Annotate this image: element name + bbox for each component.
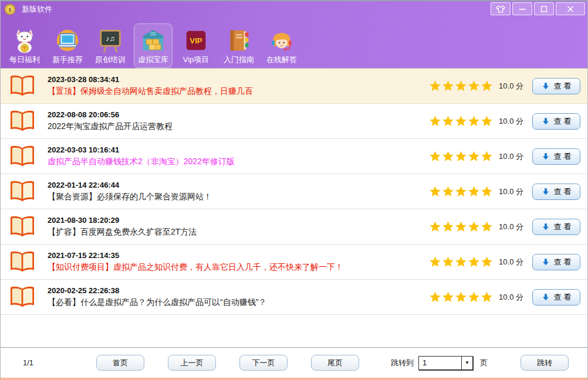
star-icon: [455, 220, 467, 233]
titlebar: $ 新版软件: [1, 1, 587, 18]
star-icon: [468, 115, 480, 127]
list-item[interactable]: 2022-08-08 20:06:56 2022年淘宝虚拟产品开店运营教程 10…: [1, 104, 587, 139]
next-page-button[interactable]: 下一页: [239, 355, 288, 371]
download-arrow-icon: [542, 258, 550, 266]
chevron-down-icon[interactable]: ▼: [461, 357, 472, 369]
item-date: 2021-08-30 18:20:29: [48, 216, 197, 225]
view-button-label: 查 看: [554, 292, 572, 303]
toolbar: 千 每日福利 新手推荐 ♪♫ 原创培训 虚拟宝库: [1, 18, 587, 68]
item-date: 2022-01-14 22:46:44: [48, 181, 212, 189]
toolbar-item[interactable]: 千 每日福利: [5, 23, 44, 68]
star-icon: [455, 291, 467, 303]
page-indicator: 1/1: [23, 358, 36, 367]
rating-stars: [429, 185, 493, 198]
bottom-border-strip: [1, 378, 587, 380]
star-icon: [442, 150, 454, 162]
star-icon: [481, 220, 493, 233]
vip-badge-icon: VIP: [183, 27, 209, 54]
item-score: 10.0 分: [499, 116, 523, 127]
view-button[interactable]: 查 看: [532, 78, 580, 94]
last-page-button[interactable]: 尾页: [311, 355, 359, 371]
open-book-icon: [9, 145, 36, 168]
svg-text:VIP: VIP: [190, 36, 202, 45]
item-text: 2021-08-30 18:20:29 【扩容】百度网盘免费永久扩容至2T方法: [48, 216, 197, 238]
toolbar-item[interactable]: 虚拟宝库: [134, 23, 173, 68]
star-icon: [429, 185, 441, 198]
star-icon: [481, 80, 493, 92]
content-list: 2023-03-28 08:34:41 【置顶】保姆级全自动网站售卖虚拟产品教程…: [1, 68, 587, 348]
maximize-icon: [539, 5, 549, 13]
open-book-icon: [9, 180, 36, 203]
view-button-label: 查 看: [554, 222, 572, 232]
close-button[interactable]: [556, 2, 585, 15]
maximize-button[interactable]: [534, 2, 554, 15]
star-icon: [468, 220, 480, 233]
toolbar-item[interactable]: 入门指南: [219, 23, 258, 68]
item-title: 【必看】什么是虚拟产品？为什么虚拟产品可以“自动赚钱”？: [48, 297, 266, 308]
view-button[interactable]: 查 看: [532, 289, 580, 306]
item-date: 2023-03-28 08:34:41: [48, 75, 253, 84]
page-select[interactable]: 1 ▼: [418, 356, 473, 370]
list-item[interactable]: 2021-07-15 22:14:35 【知识付费项目】虚拟产品之知识付费，有人…: [1, 245, 587, 280]
toolbar-item[interactable]: 新手推荐: [48, 23, 87, 68]
star-icon: [442, 291, 454, 303]
item-score: 10.0 分: [499, 151, 523, 162]
svg-text:♪♫: ♪♫: [106, 35, 115, 43]
item-score: 10.0 分: [499, 186, 523, 197]
minimize-button[interactable]: [512, 2, 532, 15]
item-title: 2022年淘宝虚拟产品开店运营教程: [48, 121, 173, 132]
window-title: 新版软件: [22, 4, 52, 15]
star-icon: [468, 291, 480, 303]
open-book-icon: [9, 215, 36, 239]
list-item[interactable]: 2022-03-03 10:16:41 虚拟产品半自动赚钱技术2（非淘宝）202…: [1, 139, 587, 174]
toolbar-item-label: 在线解答: [266, 55, 297, 65]
theme-button[interactable]: [491, 2, 511, 15]
item-text: 2022-08-08 20:06:56 2022年淘宝虚拟产品开店运营教程: [48, 110, 173, 132]
svg-text:千: 千: [22, 46, 27, 51]
list-item[interactable]: 2020-02-25 22:26:38 【必看】什么是虚拟产品？为什么虚拟产品可…: [1, 280, 587, 315]
view-button[interactable]: 查 看: [532, 148, 580, 165]
star-icon: [442, 256, 454, 268]
item-date: 2021-07-15 22:14:35: [48, 251, 343, 260]
star-icon: [481, 256, 493, 268]
view-button[interactable]: 查 看: [532, 184, 580, 200]
download-arrow-icon: [542, 152, 550, 161]
rating-stars: [429, 150, 493, 162]
list-item[interactable]: 2021-08-30 18:20:29 【扩容】百度网盘免费永久扩容至2T方法 …: [1, 209, 587, 245]
header: $ 新版软件 千 每日福利: [1, 1, 587, 68]
first-page-button[interactable]: 首页: [96, 355, 144, 371]
pagination-bar: 1/1 首页 上一页 下一页 尾页 跳转到 1 ▼ 页 跳转: [1, 348, 587, 378]
view-button[interactable]: 查 看: [532, 219, 580, 235]
toolbar-item-label: Vip项目: [183, 55, 209, 65]
rating-stars: [429, 115, 493, 127]
toolbar-item[interactable]: 在线解答: [262, 23, 301, 68]
list-item[interactable]: 2022-01-14 22:46:44 【聚合资源】必须保存的几个聚合资源网站！…: [1, 174, 587, 209]
item-title: 虚拟产品半自动赚钱技术2（非淘宝）2022年修订版: [48, 157, 235, 167]
theme-shirt-icon: [495, 5, 506, 13]
gold-coin-icon: $: [4, 4, 16, 15]
item-text: 2022-03-03 10:16:41 虚拟产品半自动赚钱技术2（非淘宝）202…: [48, 145, 235, 167]
toolbar-item-label: 虚拟宝库: [138, 55, 168, 65]
star-icon: [481, 150, 493, 162]
jump-button[interactable]: 跳转: [521, 355, 569, 371]
star-icon: [429, 220, 441, 233]
star-icon: [442, 115, 454, 127]
warehouse-icon: [140, 27, 167, 54]
item-score: 10.0 分: [499, 81, 523, 91]
star-icon: [468, 185, 480, 198]
toolbar-item[interactable]: VIP Vip项目: [177, 23, 215, 68]
view-button[interactable]: 查 看: [532, 254, 580, 270]
toolbar-item-label: 新手推荐: [52, 55, 83, 65]
rating-stars: [429, 291, 493, 303]
open-book-icon: [9, 250, 36, 274]
open-book-icon: [9, 110, 36, 133]
prev-page-button[interactable]: 上一页: [168, 355, 216, 371]
toolbar-item[interactable]: ♪♫ 原创培训: [91, 23, 130, 68]
star-icon: [481, 291, 493, 303]
list-item[interactable]: 2023-03-28 08:34:41 【置顶】保姆级全自动网站售卖虚拟产品教程…: [1, 69, 587, 104]
view-button-label: 查 看: [554, 186, 572, 197]
view-button-label: 查 看: [554, 116, 572, 127]
star-icon: [442, 220, 454, 233]
star-icon: [481, 185, 493, 198]
view-button[interactable]: 查 看: [532, 113, 580, 130]
